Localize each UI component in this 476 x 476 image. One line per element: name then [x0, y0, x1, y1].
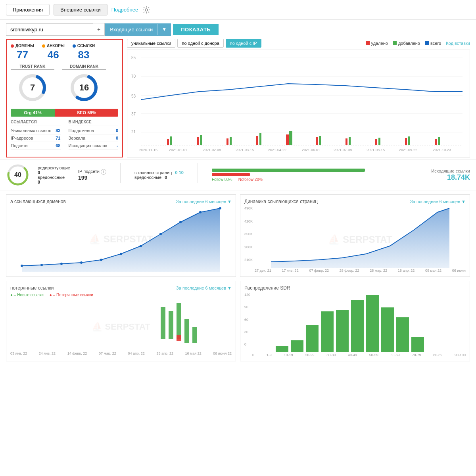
separator-1 — [120, 163, 121, 183]
chart2-x-labels: 27 дек. 21 17 янв. 22 07 февр. 22 28 фев… — [255, 269, 466, 273]
svg-rect-15 — [167, 139, 169, 145]
malicious-label: вредоносные — [38, 175, 70, 180]
svg-rect-21 — [345, 138, 347, 145]
svg-text:70: 70 — [131, 74, 136, 79]
bar-labels: Follow 80% Nofollow 20% — [212, 177, 403, 182]
links-row-5-label: Зеркала — [69, 136, 86, 140]
nofollow-bar — [212, 173, 250, 176]
chart3-title: потерянные ссылки — [10, 285, 54, 291]
svg-rect-17 — [226, 138, 228, 145]
legend-removed: удалено — [366, 41, 388, 46]
chart2-area: 490K 420K 350K 280K 210K ⛵ SERPSTAT — [244, 206, 466, 273]
nav-link-details[interactable]: Подробнее — [111, 7, 138, 13]
links-row-1: Уникальных ссылок 83 — [11, 127, 61, 134]
svg-rect-31 — [349, 137, 351, 145]
follow-bar — [212, 169, 365, 172]
watermark-3: ⛵ SERPSTAT — [92, 322, 150, 332]
svg-point-54 — [140, 245, 142, 247]
svg-rect-34 — [438, 137, 440, 145]
malicious2-label: вредоносные 0 — [134, 175, 184, 180]
svg-rect-64 — [192, 327, 197, 343]
links-row-6-value: - — [117, 143, 118, 148]
svg-rect-28 — [259, 133, 261, 145]
links-row-3: Подсети 68 — [11, 142, 61, 150]
domains-label: ДОМЕНЫ — [11, 44, 34, 48]
nav-btn-apps[interactable]: Приложения — [6, 4, 50, 15]
total-dot — [425, 41, 429, 45]
ip-subnet-stat: IP подсети i 199 — [78, 169, 106, 181]
settings-icon[interactable] — [142, 6, 151, 14]
svg-rect-30 — [319, 136, 321, 145]
chart1-period[interactable]: За последние 6 месяцев ▼ — [176, 199, 232, 204]
top-metrics-row: ДОМЕНЫ 77 АНКОРЫ 46 ССЫЛКИ 83 — [11, 44, 118, 61]
svg-text:2021-02-08: 2021-02-08 — [203, 148, 221, 152]
svg-point-52 — [100, 259, 102, 261]
svg-rect-33 — [408, 136, 410, 145]
links-row-6: Исходящих ссылок - — [69, 142, 119, 150]
follow-label: Follow 80% — [212, 177, 232, 182]
svg-rect-26 — [200, 135, 202, 145]
links-row-4: Поддоменов 0 — [69, 127, 119, 134]
svg-rect-65 — [276, 346, 288, 352]
link-type-dropdown-arrow[interactable]: ▼ — [157, 24, 171, 35]
chart-area: уникальные ссылки по одной с донора по о… — [123, 39, 470, 157]
svg-rect-72 — [381, 307, 394, 352]
links-right-col: В ИНДЕКСЕ Поддоменов 0 Зеркала 0 Исходящ… — [69, 120, 119, 150]
svg-rect-19 — [286, 134, 289, 145]
embed-code-link[interactable]: Код вставки — [446, 41, 470, 46]
svg-rect-61 — [177, 303, 181, 339]
chart3-x-labels: 03 янв. 22 24 янв. 22 14 февр. 22 07 мар… — [10, 351, 232, 355]
links-row-5-value: 0 — [116, 136, 118, 140]
svg-rect-23 — [405, 138, 407, 145]
summary-circle: 40 — [6, 163, 30, 187]
svg-point-55 — [159, 233, 162, 235]
links-value: 83 — [73, 49, 95, 61]
svg-point-50 — [60, 263, 63, 265]
search-bar: + Входящие ссылки ▼ ПОКАЗАТЬ — [0, 20, 476, 39]
from-main-label: с главных страниц 0 10 — [134, 170, 184, 175]
svg-rect-71 — [366, 295, 379, 352]
domains-stat: ДОМЕНЫ 77 — [11, 44, 34, 61]
seo-bar: SEO 59% — [55, 109, 118, 117]
svg-text:2020-11-15: 2020-11-15 — [139, 148, 157, 152]
show-button[interactable]: ПОКАЗАТЬ — [173, 24, 219, 35]
svg-rect-22 — [375, 139, 377, 145]
add-domain-button[interactable]: + — [93, 23, 105, 36]
svg-rect-62 — [177, 335, 181, 341]
separator-3 — [417, 163, 417, 183]
filter-buttons: уникальные ссылки по одной с донора по о… — [127, 39, 261, 48]
org-seo-bar: Org 41% SEO 59% — [11, 109, 118, 117]
svg-rect-29 — [289, 131, 292, 145]
link-type-selector[interactable]: Входящие ссылки ▼ — [105, 23, 171, 36]
svg-rect-69 — [336, 310, 349, 352]
links-right-title: В ИНДЕКСЕ — [69, 120, 119, 125]
chart2-title: Динамика ссылающихся страниц — [244, 199, 318, 204]
links-row-4-label: Поддоменов — [69, 128, 94, 133]
filter-ip[interactable]: по одной с IP — [226, 39, 261, 48]
search-input[interactable] — [6, 23, 93, 36]
links-label: ССЫЛКИ — [73, 44, 95, 48]
circle-value: 40 — [14, 171, 21, 178]
nofollow-label: Nofollow 20% — [238, 177, 263, 182]
chart1-area: ⛵ SERPSTAT — [10, 206, 232, 272]
filter-unique[interactable]: уникальные ссылки — [127, 39, 175, 48]
svg-text:37: 37 — [131, 112, 136, 116]
bottom-charts-row2: потерянные ссылки За последние 6 месяцев… — [0, 281, 476, 367]
malicious-value: 0 — [38, 180, 70, 184]
chart-legend: удалено добавлено всего Код вставки — [366, 41, 470, 46]
ip-info-icon[interactable]: i — [101, 169, 106, 175]
anchors-label: АНКОРЫ — [42, 44, 65, 48]
svg-point-58 — [219, 207, 221, 209]
svg-text:21: 21 — [131, 130, 136, 134]
svg-point-57 — [199, 211, 202, 213]
svg-rect-16 — [197, 137, 199, 145]
nav-btn-external[interactable]: Внешние ссылки — [54, 4, 107, 15]
svg-text:53: 53 — [131, 94, 136, 98]
removed-dot — [366, 41, 370, 45]
filter-donor[interactable]: по одной с донора — [177, 39, 223, 48]
svg-rect-24 — [435, 139, 437, 145]
links-row-5: Зеркала 0 — [69, 134, 119, 142]
chart3-legend: ● – Новые ссылки ● – Потерянные ссылки — [10, 293, 232, 297]
chart3-period[interactable]: За последние 6 месяцев ▼ — [176, 286, 232, 290]
chart2-period[interactable]: За последние 6 месяцев ▼ — [410, 199, 466, 204]
